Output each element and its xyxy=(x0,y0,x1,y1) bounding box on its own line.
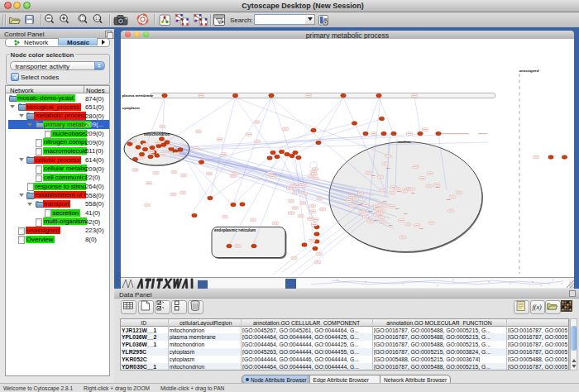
svg-text:endoplasmic reticulum: endoplasmic reticulum xyxy=(214,228,256,232)
svg-text:f(x): f(x) xyxy=(533,304,542,311)
svg-text:plasma membrane: plasma membrane xyxy=(122,93,154,98)
svg-text:nucleus: nucleus xyxy=(398,140,412,144)
svg-text:cytoplasm: cytoplasm xyxy=(122,106,140,110)
svg-text:unassigned: unassigned xyxy=(519,69,539,73)
svg-text:1:1: 1:1 xyxy=(95,17,101,21)
svg-text:mitochondrion: mitochondrion xyxy=(144,132,170,136)
